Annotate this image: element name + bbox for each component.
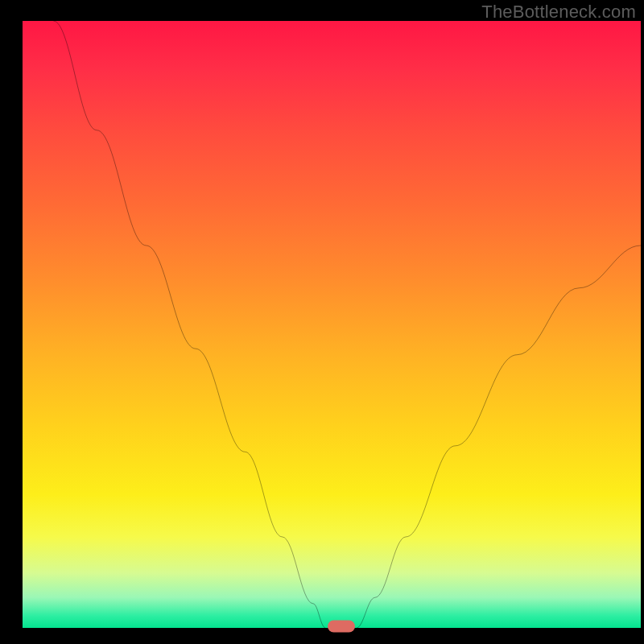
watermark-text: TheBottleneck.com (481, 2, 636, 23)
curve-left-branch (53, 21, 325, 628)
curve-right-branch (357, 246, 641, 628)
bottleneck-curve (23, 21, 641, 628)
optimal-marker (328, 621, 355, 633)
plot-area (23, 21, 641, 628)
chart-frame: TheBottleneck.com (0, 0, 644, 644)
